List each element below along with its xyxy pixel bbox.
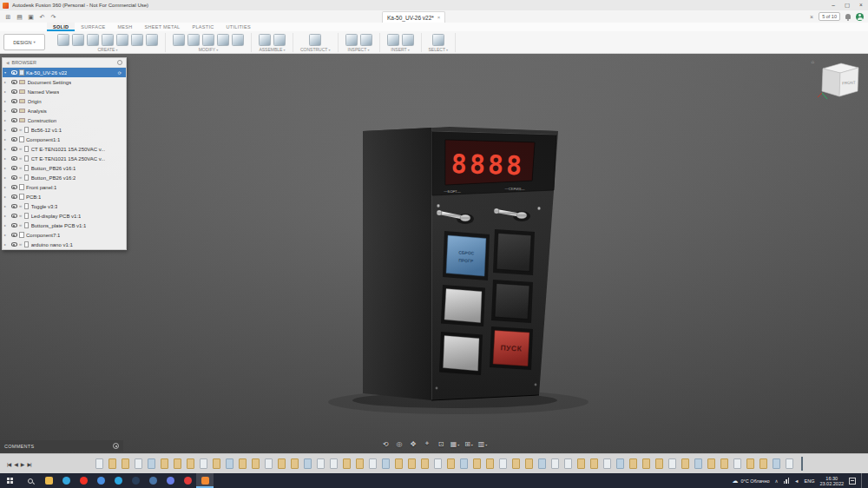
model-white-button-2[interactable] bbox=[444, 336, 480, 372]
model-side-face[interactable] bbox=[363, 128, 431, 400]
visibility-eye-icon[interactable] bbox=[11, 109, 17, 113]
tab-sheet-metal[interactable]: SHEET METAL bbox=[138, 23, 186, 31]
create-tool-icon[interactable] bbox=[116, 34, 128, 46]
assemble-tool-icon[interactable] bbox=[259, 34, 271, 46]
timeline-feature-icon[interactable] bbox=[512, 458, 520, 469]
browser-item-bc56-12-v1-1[interactable]: ▸∞Bc56-12 v1:1 bbox=[3, 125, 126, 135]
fit-icon[interactable]: ⊡ bbox=[437, 440, 446, 448]
browser-root-item[interactable]: ▾ Ka-50_UV-26 v22 ⟳ bbox=[3, 68, 126, 77]
expand-arrow-icon[interactable]: ▸ bbox=[4, 118, 9, 122]
timeline-feature-icon[interactable] bbox=[720, 458, 728, 469]
expand-arrow-icon[interactable]: ▸ bbox=[4, 242, 9, 247]
taskbar-file-explorer[interactable] bbox=[40, 473, 57, 488]
timeline-feature-icon[interactable] bbox=[473, 458, 481, 469]
viewport[interactable]: 8888 —БОРТ— —СЕРИЯ— СБРОС ПРОГР bbox=[0, 54, 868, 453]
timeline-feature-icon[interactable] bbox=[499, 458, 507, 469]
browser-item-button-pb26-v16-1[interactable]: ▸∞Button_PB26 v16:1 bbox=[3, 163, 126, 173]
timeline-feature-icon[interactable] bbox=[382, 458, 390, 469]
browser-item-led-display-pcb-v1-1[interactable]: ▸∞Led-display PCB v1:1 bbox=[3, 211, 126, 221]
expand-arrow-icon[interactable]: ▸ bbox=[4, 128, 9, 132]
expand-arrow-icon[interactable]: ▸ bbox=[4, 80, 9, 84]
taskbar-fusion-360[interactable] bbox=[196, 473, 214, 488]
modify-tool-icon[interactable] bbox=[232, 34, 244, 46]
expand-arrow-icon[interactable]: ▸ bbox=[4, 214, 9, 218]
timeline-feature-icon[interactable] bbox=[304, 458, 312, 469]
timeline-feature-icon[interactable] bbox=[356, 458, 364, 469]
toolbar-group-label[interactable]: INSERT bbox=[391, 47, 409, 52]
browser-item-arduino-nano-v1-1[interactable]: ▸∞arduino nano v1:1 bbox=[3, 240, 126, 249]
orbit-icon[interactable]: ⟲ bbox=[381, 440, 391, 448]
look-at-icon[interactable]: ◎ bbox=[395, 440, 404, 448]
browser-item-ct-e-ten1021-15a-250vac-v[interactable]: ▸∞CT E-TEN1021 15A 250VAC v... bbox=[3, 154, 126, 163]
network-icon[interactable] bbox=[784, 478, 790, 484]
close-button[interactable]: × bbox=[854, 0, 868, 10]
timeline-feature-icon[interactable] bbox=[200, 458, 207, 469]
timeline-feature-icon[interactable] bbox=[122, 458, 129, 469]
insert-tool-icon[interactable] bbox=[387, 34, 399, 46]
expand-arrow-icon[interactable]: ▾ bbox=[4, 70, 9, 75]
timeline-feature-icon[interactable] bbox=[95, 458, 103, 469]
create-tool-icon[interactable] bbox=[72, 34, 84, 46]
grid-settings-icon[interactable]: ⊞▾ bbox=[464, 440, 474, 448]
browser-item-construction[interactable]: ▸Construction bbox=[3, 115, 126, 125]
timeline-feature-icon[interactable] bbox=[577, 458, 585, 469]
collapse-browser-icon[interactable]: ◀ bbox=[6, 61, 9, 65]
workspace-selector[interactable]: DESIGN bbox=[3, 34, 45, 50]
timeline-feature-icon[interactable] bbox=[187, 458, 194, 469]
expand-arrow-icon[interactable]: ▸ bbox=[4, 233, 9, 237]
undo-icon[interactable]: ↶ bbox=[36, 11, 48, 23]
expand-arrow-icon[interactable]: ▸ bbox=[4, 223, 9, 228]
timeline-feature-icon[interactable] bbox=[760, 458, 767, 469]
timeline-feature-icon[interactable] bbox=[447, 458, 455, 469]
comments-bar[interactable]: COMMENTS bbox=[0, 440, 123, 452]
timeline-feature-icon[interactable] bbox=[486, 458, 494, 469]
model-dark-button-2[interactable] bbox=[495, 284, 529, 320]
home-view-icon[interactable]: ⌂ bbox=[811, 59, 814, 64]
tab-solid[interactable]: SOLID bbox=[47, 23, 75, 31]
timeline-feature-icon[interactable] bbox=[174, 458, 181, 469]
visibility-eye-icon[interactable] bbox=[11, 185, 17, 189]
timeline-feature-icon[interactable] bbox=[343, 458, 351, 469]
timeline-control-icon[interactable]: ▶| bbox=[27, 461, 30, 467]
visibility-eye-icon[interactable] bbox=[11, 147, 17, 151]
model-red-button[interactable]: ПУСК bbox=[493, 331, 529, 366]
visibility-eye-icon[interactable] bbox=[11, 128, 17, 132]
visibility-eye-icon[interactable] bbox=[11, 99, 17, 103]
create-tool-icon[interactable] bbox=[87, 34, 99, 46]
action-center-icon[interactable] bbox=[849, 478, 856, 485]
timeline-feature-icon[interactable] bbox=[773, 458, 780, 469]
timeline-feature-icon[interactable] bbox=[694, 458, 702, 469]
timeline-feature-icon[interactable] bbox=[148, 458, 155, 469]
visibility-eye-icon[interactable] bbox=[11, 195, 17, 199]
taskbar-chrome-browser[interactable] bbox=[92, 473, 109, 488]
visibility-eye-icon[interactable] bbox=[11, 214, 17, 218]
timeline-control-icon[interactable]: ◀ bbox=[14, 461, 17, 467]
timeline-feature-icon[interactable] bbox=[135, 458, 142, 469]
taskbar-opera-browser[interactable] bbox=[179, 473, 196, 488]
user-avatar[interactable] bbox=[856, 13, 864, 21]
viewports-icon[interactable]: ▥▾ bbox=[478, 440, 488, 448]
language-indicator[interactable]: ENG bbox=[805, 478, 815, 484]
timeline-feature-icon[interactable] bbox=[161, 458, 168, 469]
timeline-feature-icon[interactable] bbox=[317, 458, 325, 469]
expand-arrow-icon[interactable]: ▸ bbox=[4, 89, 9, 94]
view-cube[interactable]: FRONT bbox=[816, 57, 863, 101]
visibility-eye-icon[interactable] bbox=[11, 166, 17, 170]
expand-arrow-icon[interactable]: ▸ bbox=[4, 175, 9, 180]
model-canvas[interactable]: 8888 —БОРТ— —СЕРИЯ— СБРОС ПРОГР bbox=[0, 54, 868, 453]
browser-item-button-pb26-v16-2[interactable]: ▸∞Button_PB26 v16:2 bbox=[3, 173, 126, 182]
timeline-feature-icon[interactable] bbox=[707, 458, 715, 469]
close-document-icon[interactable]: × bbox=[810, 14, 813, 20]
timeline-feature-icon[interactable] bbox=[629, 458, 637, 469]
app-grid-icon[interactable]: ⊞ bbox=[3, 11, 14, 23]
visibility-eye-icon[interactable] bbox=[11, 156, 17, 161]
timeline-control-icon[interactable]: ▶ bbox=[21, 461, 24, 467]
timeline-control-icon[interactable]: |◀ bbox=[7, 461, 10, 467]
modify-tool-icon[interactable] bbox=[187, 34, 200, 46]
model-dark-button-1[interactable] bbox=[496, 234, 531, 272]
taskbar-telegram[interactable] bbox=[109, 473, 127, 488]
browser-item-document-settings[interactable]: ▸Document Settings bbox=[3, 77, 126, 87]
create-tool-icon[interactable] bbox=[57, 34, 69, 46]
inspect-tool-icon[interactable] bbox=[345, 34, 358, 46]
pan-icon[interactable]: ✥ bbox=[409, 440, 418, 448]
